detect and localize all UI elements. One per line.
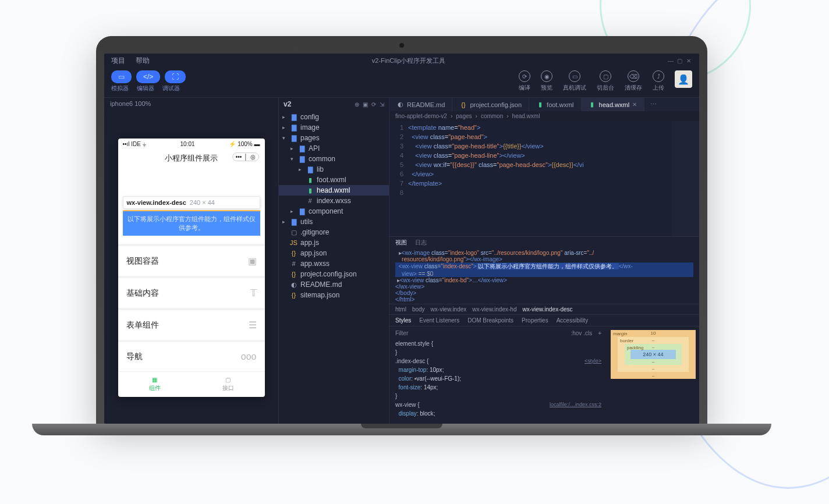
- tab-head[interactable]: ▮head.wxml✕: [582, 98, 645, 111]
- menu-basic-content[interactable]: 基础内容𝕋: [118, 276, 265, 308]
- tree-node-selected[interactable]: ▮head.wxml: [279, 185, 389, 196]
- mode-debugger-button[interactable]: ⛶: [165, 70, 186, 83]
- compile-icon: ⟳: [519, 70, 530, 82]
- clear-cache-button[interactable]: ⌫清缓存: [625, 70, 642, 92]
- switch-bg-button[interactable]: ▢切后台: [597, 70, 614, 92]
- tab-overflow[interactable]: ⋯: [644, 98, 663, 111]
- mode-debugger-label: 调试器: [162, 84, 180, 93]
- tree-node[interactable]: JSapp.js: [279, 237, 389, 248]
- tabbar-components[interactable]: ▦组件: [118, 372, 192, 397]
- tree-node[interactable]: ▸▇lib: [279, 164, 389, 175]
- tree-node[interactable]: ▸▇component: [279, 206, 389, 216]
- new-folder-icon[interactable]: ▣: [363, 101, 368, 108]
- avatar[interactable]: 👤: [675, 70, 692, 88]
- styletab-props[interactable]: Properties: [522, 317, 548, 324]
- tab-foot[interactable]: ▮foot.wxml: [529, 98, 581, 111]
- tree-node[interactable]: ▮foot.wxml: [279, 175, 389, 185]
- dom-breadcrumb[interactable]: htmlbodywx-view.indexwx-view.index-hdwx-…: [389, 304, 699, 314]
- project-root[interactable]: v2: [284, 100, 291, 108]
- close-icon[interactable]: ✕: [632, 101, 637, 108]
- hov-toggle[interactable]: :hov .cls: [571, 329, 592, 338]
- tree-node[interactable]: {}project.config.json: [279, 269, 389, 279]
- tree-node[interactable]: ▸▇config: [279, 112, 389, 122]
- menu-form[interactable]: 表单组件☰: [118, 308, 265, 340]
- tree-node[interactable]: ▸▇utils: [279, 216, 389, 227]
- new-file-icon[interactable]: ⊕: [355, 101, 359, 108]
- editor-tabs: ◐README.md {}project.config.json ▮foot.w…: [389, 98, 699, 111]
- tree-node[interactable]: {}sitemap.json: [279, 290, 389, 300]
- tree-node[interactable]: ▾▇pages: [279, 133, 389, 143]
- refresh-icon[interactable]: ⟳: [371, 101, 376, 108]
- tree-node[interactable]: #index.wxss: [279, 196, 389, 206]
- toolbar: ▭ </> ⛶ 模拟器 编辑器 调试器 ⟳编译 ◉预览 ▭真机调试 ▢切后台: [104, 68, 699, 97]
- highlighted-element[interactable]: 以下将展示小程序官方组件能力，组件样式仅供参考。: [123, 210, 260, 236]
- js-icon: JS: [290, 239, 297, 246]
- window-max-icon[interactable]: ▢: [677, 58, 683, 64]
- compile-button[interactable]: ⟳编译: [519, 70, 530, 92]
- tree-node[interactable]: ▸▇image: [279, 122, 389, 133]
- styletab-a11y[interactable]: Accessibility: [557, 317, 588, 324]
- tree-node[interactable]: #app.wxss: [279, 258, 389, 269]
- wxml-icon: ▮: [536, 101, 544, 108]
- mode-simulator-button[interactable]: ▭: [111, 70, 132, 83]
- tabbar-api[interactable]: ▢接口: [192, 372, 265, 397]
- tree-node[interactable]: ◐README.md: [279, 279, 389, 290]
- list-icon: ☰: [249, 320, 257, 331]
- laptop-frame: 项目 帮助 v2-FinClip小程序开发工具 — ▢ ✕ ▭ </> ⛶: [96, 36, 707, 435]
- phone-icon: ▭: [118, 73, 125, 81]
- phone-preview: ••ıl IDE ⏚ 10:01 ⚡ 100% ▬ 小程序组件展示 •••│◎ …: [118, 139, 265, 397]
- styletab-listeners[interactable]: Event Listeners: [419, 317, 459, 324]
- tree-node[interactable]: ▸▇API: [279, 143, 389, 154]
- folder-icon: ▇: [290, 124, 297, 132]
- more-icon: •••: [236, 154, 242, 160]
- add-rule-button[interactable]: +: [598, 329, 601, 338]
- tab-readme[interactable]: ◐README.md: [389, 98, 452, 111]
- minimap[interactable]: [671, 121, 699, 236]
- capsule-button[interactable]: •••│◎: [232, 152, 259, 161]
- styletab-dom[interactable]: DOM Breakpoints: [467, 317, 513, 324]
- grid-icon: ▦: [152, 377, 157, 383]
- file-icon: ▢: [290, 229, 297, 236]
- collapse-icon[interactable]: ⇲: [380, 101, 384, 108]
- container-icon: ▣: [248, 255, 257, 267]
- devtab-view[interactable]: 视图: [395, 239, 407, 247]
- breadcrumb: fino-applet-demo-v2›pages›common›head.wx…: [389, 111, 699, 121]
- remote-debug-button[interactable]: ▭真机调试: [563, 70, 586, 92]
- code-editor[interactable]: 12345678 <template name="head"> <view cl…: [389, 121, 699, 236]
- wxml-icon: ▮: [306, 187, 314, 194]
- inspect-tooltip: wx-view.index-desc 240 × 44: [123, 196, 260, 209]
- app-title: 小程序组件展示: [165, 154, 218, 162]
- menu-nav[interactable]: 导航ooo: [118, 340, 265, 371]
- preview-button[interactable]: ◉预览: [541, 70, 552, 92]
- upload-button[interactable]: ⤴上传: [653, 70, 664, 92]
- menu-project[interactable]: 项目: [111, 56, 125, 66]
- tab-projectconfig[interactable]: {}project.config.json: [452, 98, 529, 111]
- tree-node[interactable]: ▾▇common: [279, 154, 389, 164]
- debug-icon: ⛶: [172, 73, 179, 81]
- styletab-styles[interactable]: Styles: [395, 317, 411, 324]
- tree-node[interactable]: ▢.gitignore: [279, 227, 389, 237]
- mode-editor-button[interactable]: </>: [136, 70, 160, 83]
- upload-icon: ⤴: [653, 70, 664, 82]
- window-title: v2-FinClip小程序开发工具: [160, 56, 657, 65]
- devtab-log[interactable]: 日志: [415, 239, 427, 247]
- menu-view-container[interactable]: 视图容器▣: [118, 244, 265, 276]
- device-label[interactable]: iphone6 100%: [104, 98, 278, 109]
- mode-editor-label: 编辑器: [137, 84, 154, 93]
- tree-node[interactable]: {}app.json: [279, 248, 389, 258]
- wxss-icon: #: [306, 197, 314, 204]
- wxml-icon: ▮: [306, 176, 314, 184]
- file-explorer: v2 ⊕ ▣ ⟳ ⇲ ▸▇config ▸▇image ▾▇pages ▸▇AP…: [279, 98, 389, 424]
- window-min-icon[interactable]: —: [668, 58, 674, 64]
- window-close-icon[interactable]: ✕: [686, 58, 692, 64]
- menu-help[interactable]: 帮助: [136, 56, 150, 66]
- dom-inspector[interactable]: ▸<wx-image class="index-logo" src="../re…: [389, 249, 699, 304]
- folder-icon: ▇: [290, 113, 297, 121]
- md-icon: ◐: [290, 281, 297, 289]
- wxss-icon: #: [290, 260, 297, 267]
- devtools-panel: 视图 日志 ▸<wx-image class="index-logo" src=…: [389, 236, 699, 424]
- style-filter-input[interactable]: Filter: [395, 329, 408, 338]
- folder-icon: ▇: [290, 134, 297, 142]
- md-icon: ◐: [396, 101, 404, 108]
- carrier-label: ••ıl IDE ⏚: [123, 141, 146, 147]
